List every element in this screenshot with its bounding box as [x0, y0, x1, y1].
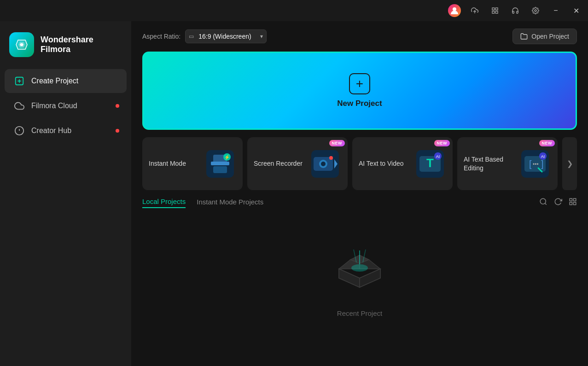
svg-text:AI: AI [541, 154, 545, 159]
svg-text:AI: AI [436, 154, 440, 159]
new-project-label: New Project [337, 99, 382, 108]
new-project-plus-icon: + [349, 73, 370, 94]
cards-next-button[interactable]: ❯ [562, 137, 577, 190]
feature-card-label-ai-text-based-editing: AI Text Based Editing [464, 155, 514, 172]
sidebar-item-creator-hub[interactable]: Creator Hub [5, 119, 127, 143]
new-project-banner[interactable]: + New Project [142, 52, 577, 130]
tab-local-projects[interactable]: Local Projects [142, 198, 186, 208]
svg-point-6 [535, 10, 536, 12]
nav-items: Create ProjectFilmora CloudCreator Hub [0, 68, 131, 144]
svg-text:⚡: ⚡ [224, 154, 230, 160]
sidebar-item-label-create-project: Create Project [31, 77, 78, 85]
svg-point-40 [540, 198, 546, 204]
grid-view-icon[interactable] [569, 198, 577, 208]
creator-hub-icon [14, 125, 25, 136]
svg-rect-2 [492, 8, 495, 10]
close-button[interactable]: ✕ [570, 4, 582, 17]
headset-icon[interactable] [509, 4, 522, 17]
feature-cards-list: Instant Mode ⚡ Screen Recorder NEWAI Tex… [142, 137, 558, 190]
svg-text:•••: ••• [533, 161, 539, 168]
create-project-icon [14, 76, 25, 87]
refresh-icon[interactable] [554, 198, 562, 208]
feature-card-label-ai-text-to-video: AI Text to Video [359, 159, 404, 168]
feature-card-label-instant-mode: Instant Mode [149, 159, 186, 168]
svg-point-25 [321, 162, 326, 166]
user-avatar[interactable] [448, 4, 461, 17]
svg-point-46 [351, 264, 368, 272]
feature-card-screen-recorder[interactable]: Screen Recorder NEW [247, 137, 348, 190]
feature-card-ai-text-based-editing[interactable]: AI Text Based Editing [ ••• ] AI NEW [457, 137, 558, 190]
empty-state: Recent Project [142, 215, 577, 366]
app-layout: Wondershare Filmora Create ProjectFilmor… [0, 21, 588, 366]
new-badge-ai-text-to-video: NEW [434, 140, 450, 146]
svg-rect-18 [211, 162, 229, 165]
folder-icon [520, 33, 528, 40]
sidebar-item-create-project[interactable]: Create Project [5, 69, 127, 93]
feature-card-instant-mode[interactable]: Instant Mode ⚡ [142, 137, 243, 190]
feature-card-img-ai-text-based-editing: [ ••• ] AI [519, 148, 551, 180]
tab-instant-mode-projects[interactable]: Instant Mode Projects [197, 198, 263, 208]
settings-icon[interactable] [529, 4, 542, 17]
svg-text:[: [ [529, 159, 532, 169]
nav-badge-filmora-cloud [116, 104, 119, 108]
empty-box-icon [330, 246, 390, 301]
title-bar: − ✕ [0, 0, 588, 21]
svg-rect-43 [574, 198, 576, 201]
feature-card-img-screen-recorder [309, 148, 341, 180]
svg-rect-3 [495, 8, 498, 10]
feature-card-label-screen-recorder: Screen Recorder [254, 159, 303, 168]
sidebar-item-label-filmora-cloud: Filmora Cloud [31, 102, 77, 110]
content-header: Aspect Ratio: 16:9 (Widescreen) 9:16 (Ve… [131, 21, 588, 52]
filmora-cloud-icon [14, 100, 25, 111]
svg-point-27 [329, 156, 333, 160]
svg-text:]: ] [541, 159, 544, 169]
new-badge-screen-recorder: NEW [329, 140, 345, 146]
upload-icon[interactable] [468, 4, 481, 17]
nav-badge-creator-hub [116, 129, 119, 133]
feature-card-ai-text-to-video[interactable]: AI Text to Video T AI NEW [352, 137, 453, 190]
logo-text: Wondershare Filmora [41, 35, 93, 54]
aspect-ratio-select[interactable]: 16:9 (Widescreen) 9:16 (Vertical) 1:1 (S… [185, 29, 267, 43]
minimize-button[interactable]: − [549, 4, 562, 17]
svg-rect-4 [492, 11, 495, 13]
sidebar: Wondershare Filmora Create ProjectFilmor… [0, 21, 131, 366]
svg-rect-5 [495, 11, 498, 13]
projects-header: Local Projects Instant Mode Projects [142, 198, 577, 208]
feature-card-img-instant-mode: ⚡ [204, 148, 236, 180]
svg-line-41 [545, 203, 546, 204]
empty-state-label: Recent Project [337, 309, 382, 317]
projects-tabs: Local Projects Instant Mode Projects [142, 198, 263, 208]
open-project-button[interactable]: Open Project [512, 29, 577, 44]
svg-rect-44 [570, 203, 572, 205]
sidebar-item-label-creator-hub: Creator Hub [31, 127, 71, 135]
svg-text:T: T [426, 156, 434, 170]
feature-cards: Instant Mode ⚡ Screen Recorder NEWAI Tex… [131, 137, 588, 190]
grid-icon[interactable] [489, 4, 501, 17]
projects-section: Local Projects Instant Mode Projects [131, 190, 588, 366]
main-content: Aspect Ratio: 16:9 (Widescreen) 9:16 (Ve… [131, 21, 588, 366]
feature-card-img-ai-text-to-video: T AI [414, 148, 446, 180]
new-badge-ai-text-based-editing: NEW [539, 140, 555, 146]
sidebar-item-filmora-cloud[interactable]: Filmora Cloud [5, 94, 127, 118]
logo-area: Wondershare Filmora [0, 27, 131, 68]
app-logo [9, 32, 34, 57]
search-icon[interactable] [539, 198, 547, 208]
svg-rect-42 [570, 198, 572, 201]
svg-point-0 [453, 7, 456, 11]
aspect-ratio-select-wrapper[interactable]: 16:9 (Widescreen) 9:16 (Vertical) 1:1 (S… [185, 29, 267, 43]
projects-actions [539, 198, 577, 208]
svg-rect-45 [574, 203, 576, 205]
svg-rect-19 [213, 166, 227, 173]
aspect-ratio-group: Aspect Ratio: 16:9 (Widescreen) 9:16 (Ve… [142, 29, 267, 43]
